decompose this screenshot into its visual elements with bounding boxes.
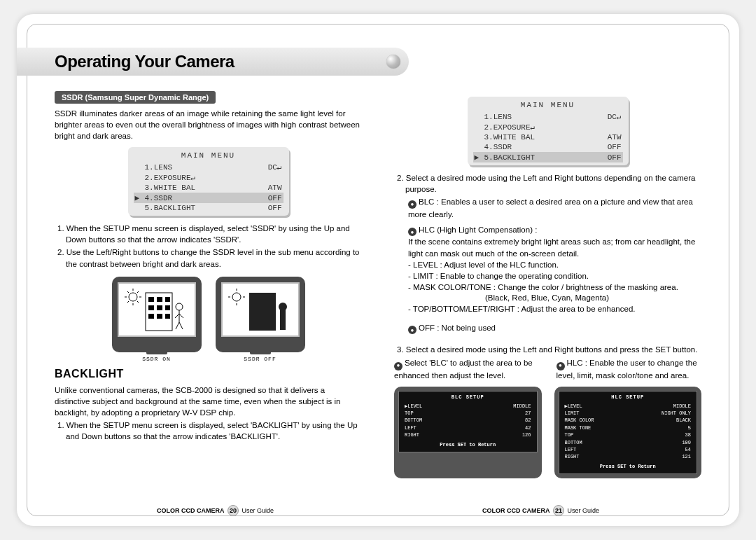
table-row: ▶4.SSDROFF	[134, 193, 284, 203]
split-right: ●HLC : Enable the user to change the lev…	[556, 358, 702, 381]
osd-return: Press SET to Return	[403, 442, 533, 448]
svg-point-25	[232, 293, 241, 301]
backlight-step3-list: 3. Select a desired mode using the Left …	[394, 344, 701, 355]
osd-title: HLC SETUP	[564, 394, 693, 400]
svg-rect-17	[157, 314, 162, 319]
table-row: BOTTOM109	[565, 440, 692, 445]
backlight-steps: 1. When the SETUP menu screen is display…	[55, 420, 362, 442]
list-item: 1. When the SETUP menu screen is display…	[55, 420, 362, 442]
table-row: 1.LENSDC↵	[134, 162, 284, 172]
svg-rect-12	[165, 297, 170, 302]
hlc-tblr: - TOP/BOTTOM/LEFT/RIGHT : Adjust the are…	[394, 303, 701, 314]
table-row: 5.BACKLIGHTOFF	[134, 203, 284, 213]
ssdr-intro: SSDR illuminates darker areas of an imag…	[55, 108, 362, 141]
svg-rect-14	[157, 305, 162, 310]
ssdr-on-illustration	[112, 277, 202, 352]
svg-rect-32	[280, 310, 286, 330]
list-item: 1. When the SETUP menu screen is display…	[55, 223, 362, 245]
svg-point-19	[176, 303, 183, 310]
disc-icon: ●	[556, 362, 565, 371]
table-row: 1.LENSDC↵	[473, 111, 623, 122]
disc-icon: ●	[394, 362, 402, 371]
off-lead: ●OFF : Not being used	[394, 322, 701, 335]
svg-rect-13	[148, 305, 154, 310]
ssdr-menu-table: 1.LENSDC↵ 2.EXPOSURE↵ 3.WHITE BALATW ▶4.…	[134, 162, 284, 213]
ssdr-off-caption: SSDR OFF	[216, 356, 305, 362]
osd-return: Press SET to Return	[564, 464, 693, 469]
ssdr-main-menu-osd: MAIN MENU 1.LENSDC↵ 2.EXPOSURE↵ 3.WHITE …	[128, 147, 289, 216]
svg-point-31	[279, 303, 287, 311]
chapter-ornament-icon	[386, 55, 400, 69]
svg-rect-30	[249, 293, 276, 331]
backlight-menu-table: 1.LENSDC↵ 2.EXPOSURE↵ 3.WHITE BALATW 4.S…	[473, 111, 623, 162]
ssdr-on-caption: SSDR ON	[112, 356, 202, 362]
ssdr-off-illustration	[216, 277, 305, 352]
backlight-step2-list: 2. Select a desired mode using the Left …	[394, 172, 701, 195]
svg-line-6	[137, 301, 139, 303]
hlc-item: - MASK COLOR/TONE : Change the color / b…	[394, 282, 701, 293]
list-item: 2. Use the Left/Right buttons to change …	[55, 247, 362, 269]
table-row: LEFT42	[405, 425, 531, 431]
page-number-20: 20	[227, 505, 239, 516]
hlc-body: If the scene contains extremely bright l…	[394, 236, 701, 258]
osd-title: MAIN MENU	[134, 151, 284, 160]
blc-setup-osd: BLC SETUP ▶LEVELMIDDLE TOP27 BOTTOM82 LE…	[394, 387, 542, 478]
hlc-item: - LIMIT : Enable to change the operating…	[394, 270, 701, 282]
table-row: ▶LEVELMIDDLE	[405, 403, 531, 409]
page-number-21: 21	[553, 505, 564, 516]
list-item: 2. Select a desired mode using the Left …	[394, 172, 701, 195]
table-row: LEFT54	[565, 447, 692, 452]
svg-rect-18	[165, 314, 170, 319]
table-row: TOP38	[565, 432, 692, 438]
svg-rect-11	[157, 297, 162, 302]
backlight-intro: Unlike conventional cameras, the SCB-200…	[55, 385, 362, 418]
table-row: TOP27	[405, 410, 531, 416]
table-row: RIGHT126	[405, 432, 531, 438]
disc-icon: ●	[408, 200, 416, 209]
svg-line-21	[175, 314, 179, 318]
hlc-colors: (Black, Red, Blue, Cyan, Magenta)	[394, 293, 701, 304]
ssdr-steps: 1. When the SETUP menu screen is display…	[55, 223, 362, 269]
svg-point-0	[129, 293, 137, 301]
table-row: BOTTOM82	[405, 417, 531, 423]
table-row: ▶LEVELMIDDLE	[565, 403, 692, 409]
svg-line-5	[127, 291, 129, 293]
svg-line-7	[127, 301, 129, 303]
svg-line-24	[179, 322, 183, 329]
page-background: Operating Your Camera SSDR (Samsung Supe…	[17, 14, 739, 526]
disc-icon: ●	[408, 228, 416, 236]
footer-left: COLOR CCD CAMERA 20 User Guide	[157, 505, 274, 516]
table-row: ▶5.BACKLIGHTOFF	[473, 152, 623, 162]
hlc-item: - LEVEL : Adjust level of the HLC functi…	[394, 259, 701, 270]
page-20: SSDR (Samsung Super Dynamic Range) SSDR …	[55, 91, 362, 494]
blc-lead: ●BLC : Enables a user to select a desire…	[394, 196, 701, 220]
table-row: 2.EXPOSURE↵	[134, 172, 284, 183]
svg-line-23	[176, 322, 179, 329]
ssdr-badge: SSDR (Samsung Super Dynamic Range)	[55, 91, 216, 104]
hlc-setup-osd: HLC SETUP ▶LEVELMIDDLE LIMITNIGHT ONLY M…	[554, 387, 702, 478]
svg-rect-10	[148, 297, 154, 302]
table-row: MASK TONE5	[565, 425, 692, 431]
backlight-title: BACKLIGHT	[55, 368, 362, 380]
page-21: MAIN MENU 1.LENSDC↵ 2.EXPOSURE↵ 3.WHITE …	[394, 91, 701, 494]
hlc-lead: ●HLC (High Light Compensation) :	[394, 224, 701, 237]
svg-line-8	[137, 291, 139, 293]
list-item: 3. Select a desired mode using the Left …	[394, 344, 701, 355]
table-row: 3.WHITE BALATW	[473, 132, 623, 142]
building-sun-icon	[122, 287, 192, 332]
footer-right: COLOR CCD CAMERA 21 User Guide	[482, 505, 599, 516]
table-row: RIGHT121	[565, 454, 692, 459]
split-left: ●Select 'BLC' to adjust the area to be e…	[394, 358, 540, 381]
svg-line-22	[179, 314, 183, 318]
osd-title: BLC SETUP	[403, 394, 533, 400]
table-row: 4.SSDROFF	[473, 142, 623, 152]
table-row: 3.WHITE BALATW	[134, 183, 284, 193]
building-dark-icon	[225, 287, 295, 332]
osd-title: MAIN MENU	[473, 101, 623, 109]
chapter-header: Operating Your Camera	[17, 48, 409, 76]
table-row: MASK COLORBLACK	[565, 417, 692, 423]
disc-icon: ●	[408, 326, 416, 334]
table-row: LIMITNIGHT ONLY	[565, 410, 692, 416]
table-row: 2.EXPOSURE↵	[473, 122, 623, 132]
svg-rect-16	[148, 314, 154, 319]
